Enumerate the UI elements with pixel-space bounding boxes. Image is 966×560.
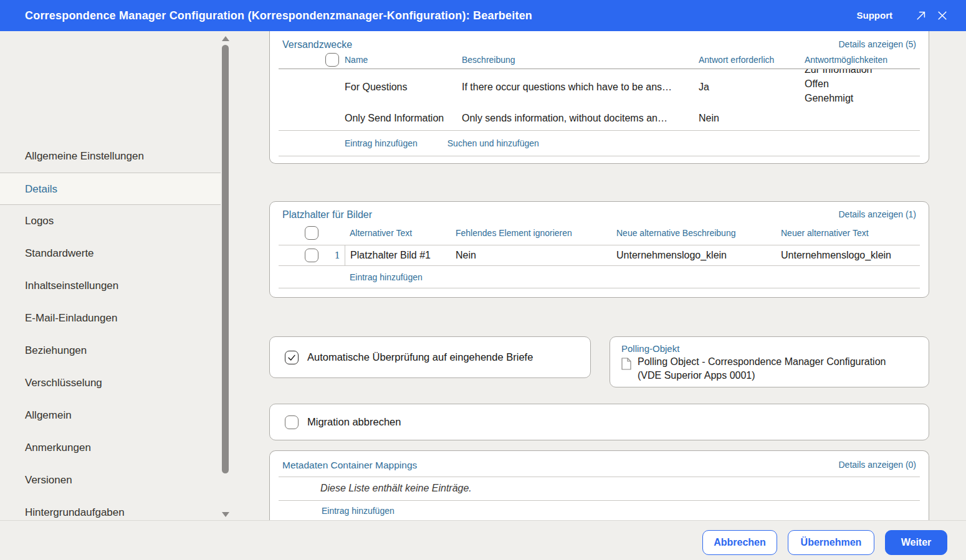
sidebar-item-allgemeine-einstellungen[interactable]: Allgemeine Einstellungen bbox=[0, 140, 221, 173]
metadaten-details-link[interactable]: Details anzeigen (0) bbox=[838, 460, 916, 471]
sidebar-scrollbar[interactable] bbox=[220, 31, 231, 520]
scroll-down-arrow[interactable] bbox=[222, 512, 229, 517]
metadaten-add-entry-link[interactable]: Eintrag hinzufügen bbox=[322, 506, 395, 516]
sidebar-nav: Allgemeine Einstellungen Details Logos S… bbox=[0, 140, 221, 529]
row-number: 1 bbox=[334, 250, 340, 261]
scroll-up-arrow[interactable] bbox=[222, 36, 229, 41]
cell-alternativer-text: Platzhalter Bild #1 bbox=[345, 245, 456, 265]
cell-name: Only Send Information bbox=[345, 110, 462, 130]
migration-label: Migration abbrechen bbox=[307, 416, 401, 428]
cell-beschreibung: Only sends information, without docitems… bbox=[462, 110, 699, 130]
cell-antwort-erforderlich: Nein bbox=[699, 110, 805, 130]
open-in-new-window-icon[interactable] bbox=[915, 9, 927, 22]
auto-check-checkbox[interactable] bbox=[285, 351, 299, 364]
platzhalter-title: Platzhalter für Bilder bbox=[282, 209, 372, 221]
table-row[interactable]: 1 Platzhalter Bild #1 Nein Unternehmensl… bbox=[270, 245, 929, 265]
column-header-neuer-text: Neuer alternativer Text bbox=[781, 228, 929, 238]
sidebar-item-allgemein[interactable]: Allgemein bbox=[0, 399, 221, 432]
sidebar-item-verschluesselung[interactable]: Verschlüsselung bbox=[0, 367, 221, 399]
column-header-antwort-erforderlich: Antwort erforderlich bbox=[699, 55, 805, 65]
empty-list-text: Diese Liste enthält keine Einträge. bbox=[270, 483, 929, 494]
document-icon bbox=[621, 358, 631, 382]
close-icon[interactable] bbox=[936, 9, 949, 22]
versandzwecke-section: Versandzwecke Details anzeigen (5) Name … bbox=[269, 31, 929, 164]
sidebar-item-logos[interactable]: Logos bbox=[0, 205, 221, 237]
polling-panel: Polling-Objekt Polling Object - Correspo… bbox=[610, 336, 929, 387]
table-row[interactable]: Only Send Information Only sends informa… bbox=[270, 110, 929, 130]
column-header-name: Name bbox=[345, 55, 462, 65]
versandzwecke-add-entry-link[interactable]: Eintrag hinzufügen bbox=[345, 138, 418, 148]
versandzwecke-title: Versandzwecke bbox=[282, 39, 352, 50]
cell-neue-beschreibung: Unternehmenslogo_klein bbox=[616, 250, 781, 261]
cell-name: For Questions bbox=[345, 69, 462, 110]
scrollbar-thumb[interactable] bbox=[222, 45, 229, 473]
cancel-button[interactable]: Abbrechen bbox=[702, 530, 777, 555]
column-header-antwortmoeglichkeiten: Antwortmöglichkeiten bbox=[805, 55, 929, 65]
footer-bar: Abbrechen Übernehmen Weiter bbox=[0, 520, 966, 560]
cell-fehlendes-element: Nein bbox=[456, 250, 616, 261]
versandzwecke-search-add-link[interactable]: Suchen und hinzufügen bbox=[447, 138, 539, 148]
versandzwecke-select-all-checkbox[interactable] bbox=[325, 53, 339, 67]
support-link[interactable]: Support bbox=[857, 0, 893, 31]
platzhalter-add-entry-link[interactable]: Eintrag hinzufügen bbox=[350, 272, 423, 282]
auto-check-panel: Automatische Überprüfung auf eingehende … bbox=[269, 336, 591, 378]
next-button[interactable]: Weiter bbox=[885, 530, 947, 555]
sidebar: Allgemeine Einstellungen Details Logos S… bbox=[0, 31, 231, 520]
platzhalter-section: Platzhalter für Bilder Details anzeigen … bbox=[269, 201, 929, 298]
migration-checkbox[interactable] bbox=[285, 415, 299, 429]
cell-beschreibung: If there occur questions which have to b… bbox=[462, 69, 699, 110]
column-header-neue-beschreibung: Neue alternative Beschreibung bbox=[616, 228, 781, 238]
dialog-title: Correspondence Manager Configuration (Ko… bbox=[25, 0, 532, 31]
polling-value-line1: Polling Object - Correspondence Manager … bbox=[638, 355, 886, 369]
cell-neuer-text: Unternehmenslogo_klein bbox=[781, 250, 929, 261]
auto-check-label: Automatische Überprüfung auf eingehende … bbox=[307, 351, 533, 363]
sidebar-item-versionen[interactable]: Versionen bbox=[0, 464, 221, 496]
column-header-alternativer-text: Alternativer Text bbox=[345, 228, 456, 238]
table-row[interactable]: For Questions If there occur questions w… bbox=[270, 69, 929, 110]
migration-panel: Migration abbrechen bbox=[269, 404, 929, 440]
cell-antwortmoeglichkeiten: Zur Information Offen Genehmigt bbox=[805, 69, 929, 110]
option-clipped: Zur Information bbox=[805, 69, 929, 77]
column-header-fehlendes-element: Fehlendes Element ignorieren bbox=[456, 228, 616, 238]
sidebar-item-details[interactable]: Details bbox=[0, 173, 221, 205]
titlebar: Correspondence Manager Configuration (Ko… bbox=[0, 0, 966, 31]
cell-antwort-erforderlich: Ja bbox=[699, 69, 805, 110]
polling-value-line2: (VDE Superior Apps 0001) bbox=[638, 369, 886, 382]
dialog-window: Correspondence Manager Configuration (Ko… bbox=[0, 0, 966, 560]
content-area: Versandzwecke Details anzeigen (5) Name … bbox=[231, 31, 966, 520]
metadaten-section: Metadaten Container Mappings Details anz… bbox=[269, 450, 929, 520]
versandzwecke-details-link[interactable]: Details anzeigen (5) bbox=[838, 39, 916, 49]
row-checkbox[interactable] bbox=[305, 249, 318, 262]
sidebar-item-inhaltseinstellungen[interactable]: Inhaltseinstellungen bbox=[0, 270, 221, 302]
sidebar-item-beziehungen[interactable]: Beziehungen bbox=[0, 335, 221, 367]
sidebar-item-anmerkungen[interactable]: Anmerkungen bbox=[0, 432, 221, 464]
option: Offen bbox=[805, 77, 929, 91]
polling-title: Polling-Objekt bbox=[621, 343, 919, 354]
sidebar-item-email-einladungen[interactable]: E-Mail-Einladungen bbox=[0, 302, 221, 335]
versandzwecke-header-row: Name Beschreibung Antwort erforderlich A… bbox=[270, 50, 929, 69]
column-header-beschreibung: Beschreibung bbox=[462, 55, 699, 65]
metadaten-title: Metadaten Container Mappings bbox=[282, 460, 417, 471]
platzhalter-details-link[interactable]: Details anzeigen (1) bbox=[838, 209, 916, 219]
platzhalter-header-row: Alternativer Text Fehlendes Element igno… bbox=[270, 221, 929, 245]
platzhalter-select-all-checkbox[interactable] bbox=[305, 226, 318, 240]
polling-object-link[interactable]: Polling Object - Correspondence Manager … bbox=[621, 355, 919, 382]
sidebar-item-standardwerte[interactable]: Standardwerte bbox=[0, 237, 221, 270]
apply-button[interactable]: Übernehmen bbox=[788, 530, 874, 555]
option: Genehmigt bbox=[805, 91, 929, 105]
